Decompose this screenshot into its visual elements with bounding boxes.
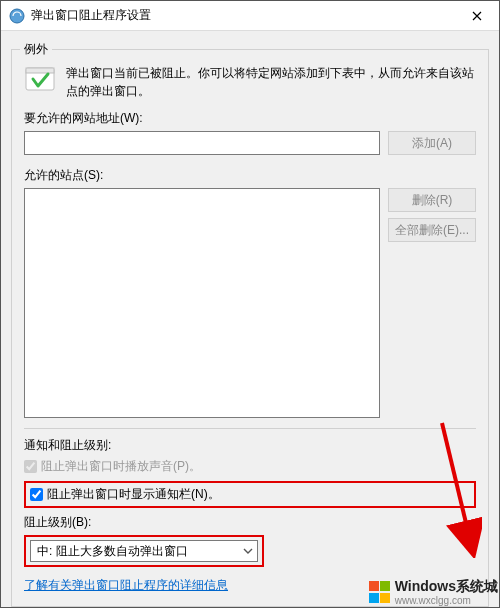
svg-rect-2 bbox=[26, 68, 54, 73]
play-sound-checkbox[interactable] bbox=[24, 460, 37, 473]
allowed-sites-listbox[interactable] bbox=[24, 188, 380, 418]
close-button[interactable] bbox=[455, 1, 499, 31]
address-input[interactable] bbox=[24, 131, 380, 155]
show-notification-checkbox[interactable] bbox=[30, 488, 43, 501]
address-row: 添加(A) bbox=[24, 131, 476, 155]
allowed-sites-label: 允许的站点(S): bbox=[24, 167, 476, 184]
play-sound-row[interactable]: 阻止弹出窗口时播放声音(P)。 bbox=[24, 458, 476, 475]
remove-button[interactable]: 删除(R) bbox=[388, 188, 476, 212]
show-notification-row[interactable]: 阻止弹出窗口时显示通知栏(N)。 bbox=[30, 486, 220, 503]
notification-section-label: 通知和阻止级别: bbox=[24, 437, 476, 454]
window-title: 弹出窗口阻止程序设置 bbox=[31, 7, 455, 24]
svg-point-0 bbox=[10, 9, 24, 23]
play-sound-label: 阻止弹出窗口时播放声音(P)。 bbox=[41, 458, 201, 475]
close-icon bbox=[472, 11, 482, 21]
add-button[interactable]: 添加(A) bbox=[388, 131, 476, 155]
dialog-window: 弹出窗口阻止程序设置 例外 弹出窗口当前已被阻止。你可以将特定网站添加到下表中，… bbox=[0, 0, 500, 608]
block-level-highlight: 中: 阻止大多数自动弹出窗口 bbox=[24, 535, 264, 567]
titlebar: 弹出窗口阻止程序设置 bbox=[1, 1, 499, 31]
info-row: 弹出窗口当前已被阻止。你可以将特定网站添加到下表中，从而允许来自该站点的弹出窗口… bbox=[24, 64, 476, 100]
info-text: 弹出窗口当前已被阻止。你可以将特定网站添加到下表中，从而允许来自该站点的弹出窗口… bbox=[66, 64, 476, 100]
block-level-select[interactable]: 中: 阻止大多数自动弹出窗口 bbox=[30, 540, 258, 562]
address-label: 要允许的网站地址(W): bbox=[24, 110, 476, 127]
info-icon bbox=[24, 64, 56, 96]
divider bbox=[24, 428, 476, 429]
allowed-sites-row: 删除(R) 全部删除(E)... bbox=[24, 188, 476, 418]
show-notification-highlight: 阻止弹出窗口时显示通知栏(N)。 bbox=[24, 481, 476, 508]
chevron-down-icon bbox=[243, 544, 253, 561]
exceptions-group: 例外 弹出窗口当前已被阻止。你可以将特定网站添加到下表中，从而允许来自该站点的弹… bbox=[11, 49, 489, 607]
app-icon bbox=[9, 8, 25, 24]
block-level-value: 中: 阻止大多数自动弹出窗口 bbox=[37, 543, 188, 560]
group-legend: 例外 bbox=[20, 41, 52, 58]
block-level-label: 阻止级别(B): bbox=[24, 514, 476, 531]
list-buttons: 删除(R) 全部删除(E)... bbox=[388, 188, 476, 418]
remove-all-button[interactable]: 全部删除(E)... bbox=[388, 218, 476, 242]
learn-more-link[interactable]: 了解有关弹出窗口阻止程序的详细信息 bbox=[24, 577, 476, 594]
content-area: 例外 弹出窗口当前已被阻止。你可以将特定网站添加到下表中，从而允许来自该站点的弹… bbox=[1, 31, 499, 607]
show-notification-label: 阻止弹出窗口时显示通知栏(N)。 bbox=[47, 486, 220, 503]
